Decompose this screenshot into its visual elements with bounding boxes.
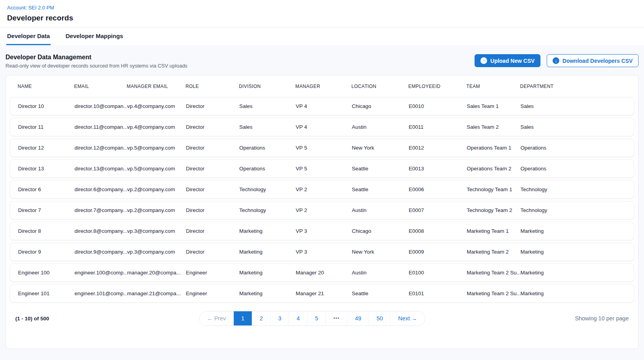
cell-manager: VP 4 (296, 103, 352, 109)
cell-manager-email: vp.3@company.com (127, 228, 186, 234)
cell-email: director.10@compan... (75, 103, 127, 109)
cell-location: Seattle (352, 166, 409, 172)
section-header: Developer Data Management Read-only view… (5, 45, 639, 75)
table-row: Engineer 101engineer.101@comp...manager.… (10, 284, 634, 303)
cell-department: Sales (520, 124, 634, 130)
page-button-2[interactable]: 2 (252, 311, 271, 325)
cell-name: Director 7 (18, 207, 75, 213)
section-actions: ↑ Upload New CSV ↓ Download Developers C… (475, 54, 639, 67)
cell-team: Marketing Team 2 Su... (467, 270, 520, 276)
cell-team: Marketing Team 2 (467, 249, 520, 255)
cell-location: New York (352, 145, 409, 151)
cell-name: Director 9 (18, 249, 75, 255)
page-button-49[interactable]: 49 (347, 311, 369, 325)
table-row: Director 13director.13@compan...vp.5@com… (10, 159, 634, 178)
upload-icon: ↑ (480, 57, 487, 64)
cell-location: New York (352, 249, 409, 255)
cell-location: Austin (352, 270, 409, 276)
cell-name: Engineer 100 (18, 270, 75, 276)
cell-manager: VP 5 (296, 145, 352, 151)
page-button-4[interactable]: 4 (289, 311, 307, 325)
cell-name: Director 12 (18, 145, 75, 151)
tab-developer-mappings[interactable]: Developer Mappings (65, 27, 124, 45)
cell-department: Marketing (520, 249, 634, 255)
cell-team: Marketing Team 1 (467, 228, 520, 234)
download-developers-csv-button[interactable]: ↓ Download Developers CSV (547, 54, 639, 67)
cell-team: Technology Team 1 (467, 186, 520, 192)
column-header-manager: MANAGER (295, 84, 351, 89)
cell-employeeid: E0013 (409, 166, 467, 172)
upload-button-label: Upload New CSV (490, 58, 535, 64)
cell-email: director.11@compan... (75, 124, 127, 130)
download-icon: ↓ (553, 57, 559, 64)
cell-name: Director 11 (18, 124, 75, 130)
cell-name: Director 8 (18, 228, 75, 234)
cell-email: director.6@company.... (75, 186, 127, 192)
cell-employeeid: E0101 (409, 291, 467, 296)
table-row: Director 6director.6@company....vp.2@com… (10, 180, 634, 199)
page: Account: SEI 2.0 PM Developer records De… (0, 0, 644, 360)
cell-department: Marketing (520, 270, 634, 276)
cell-team: Marketing Team 2 Su... (467, 291, 520, 296)
cell-employeeid: E0006 (409, 186, 467, 192)
account-link[interactable]: Account: SEI 2.0 PM (7, 5, 54, 11)
cell-role: Engineer (186, 291, 239, 296)
cell-division: Marketing (239, 228, 296, 234)
cell-employeeid: E0007 (409, 207, 467, 213)
top-header: Account: SEI 2.0 PM Developer records (0, 0, 644, 27)
table-header-row: NAMEEMAILMANAGER EMAILROLEDIVISIONMANAGE… (6, 75, 638, 97)
cell-location: Chicago (352, 228, 409, 234)
cell-name: Director 6 (18, 186, 75, 192)
cell-name: Engineer 101 (18, 291, 75, 296)
cell-manager-email: vp.3@company.com (127, 249, 186, 255)
page-button-1[interactable]: 1 (234, 311, 252, 325)
cell-division: Operations (239, 145, 296, 151)
table-body: Director 10director.10@compan...vp.4@com… (6, 97, 638, 303)
table-row: Director 12director.12@compan...vp.5@com… (10, 139, 634, 157)
cell-role: Director (186, 166, 239, 172)
page-button-5[interactable]: 5 (307, 311, 326, 325)
cell-team: Technology Team 2 (467, 207, 520, 213)
page-title: Developer records (7, 14, 637, 22)
cell-location: Seattle (352, 186, 409, 192)
cell-manager: Manager 21 (296, 291, 352, 296)
tab-developer-data[interactable]: Developer Data (6, 27, 51, 45)
cell-role: Director (186, 186, 239, 192)
cell-division: Technology (239, 186, 296, 192)
cell-manager: Manager 20 (296, 270, 352, 276)
cell-email: director.8@company.... (75, 228, 127, 234)
prev-page-button[interactable]: ← Prev (200, 311, 234, 325)
page-button-3[interactable]: 3 (271, 311, 289, 325)
cell-email: director.13@compan... (75, 166, 127, 172)
cell-location: Chicago (352, 103, 409, 109)
page-button-50[interactable]: 50 (369, 311, 391, 325)
cell-employeeid: E0011 (409, 124, 467, 130)
column-header-team: TEAM (466, 84, 520, 89)
cell-location: Austin (352, 124, 409, 130)
section-subtitle: Read-only view of developer records sour… (5, 63, 187, 69)
column-header-name: NAME (18, 84, 74, 89)
cell-department: Technology (520, 207, 634, 213)
cell-department: Marketing (520, 228, 634, 234)
cell-role: Director (186, 145, 239, 151)
cell-employeeid: E0008 (409, 228, 467, 234)
cell-manager-email: vp.5@company.com (127, 145, 186, 151)
table-row: Director 11director.11@compan...vp.4@com… (10, 118, 634, 136)
upload-new-csv-button[interactable]: ↑ Upload New CSV (475, 54, 540, 67)
column-header-email: EMAIL (74, 84, 127, 89)
table-footer: (1 - 10) of 500 ← Prev 12345•••4950Next … (6, 305, 638, 326)
developer-data-table: NAMEEMAILMANAGER EMAILROLEDIVISIONMANAGE… (5, 75, 639, 349)
cell-manager-email: manager.20@compa... (127, 270, 186, 276)
cell-role: Director (186, 124, 239, 130)
cell-manager: VP 2 (296, 186, 352, 192)
pagination-range-text: (1 - 10) of 500 (15, 316, 49, 322)
next-page-button[interactable]: Next → (391, 311, 424, 325)
section-titles: Developer Data Management Read-only view… (5, 54, 187, 69)
content-area: Developer Data Management Read-only view… (0, 45, 644, 360)
table-row: Director 7director.7@company....vp.2@com… (10, 201, 634, 219)
cell-email: engineer.101@comp... (75, 291, 127, 296)
cell-manager-email: vp.2@company.com (127, 207, 186, 213)
cell-division: Sales (239, 124, 296, 130)
pagination: ← Prev 12345•••4950Next → (199, 311, 425, 326)
tab-bar: Developer Data Developer Mappings (0, 27, 644, 45)
